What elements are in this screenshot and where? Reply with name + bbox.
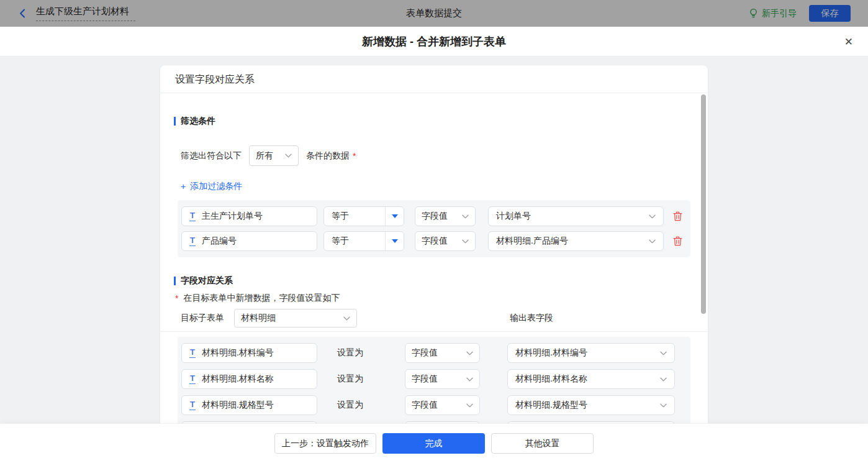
operator-value: 等于	[324, 211, 385, 222]
chevron-down-icon	[285, 154, 292, 158]
operator-caret[interactable]	[385, 207, 404, 226]
target-subform-value: 材料明细	[241, 313, 276, 324]
mapping-field-label: 材料明细.规格型号	[202, 400, 274, 411]
value-select[interactable]: 材料明细.材料编号	[507, 343, 675, 363]
save-button[interactable]: 保存	[809, 5, 851, 22]
target-subform-row: 目标子表单 材料明细 输出表字段	[181, 309, 708, 328]
mapping-field-label: 材料明细.材料名称	[202, 374, 274, 385]
chevron-down-icon	[466, 377, 473, 382]
filter-field[interactable]: T 产品编号	[181, 231, 317, 251]
plus-icon: +	[181, 181, 186, 191]
divider	[160, 331, 708, 332]
chevron-down-icon	[660, 377, 667, 382]
mapping-field[interactable]: T 材料明细.材料名称	[181, 369, 317, 389]
mapping-field-label: 材料明细.材料编号	[202, 347, 274, 359]
page-title: 表单数据提交	[406, 7, 462, 19]
filter-section-label: 筛选条件	[181, 116, 215, 127]
value-type-select[interactable]: 字段值	[415, 206, 476, 226]
value-value: 材料明细.产品编号	[496, 236, 568, 247]
modal-header: 新增数据 - 合并新增到子表单 ✕	[0, 27, 868, 57]
modal-footer: 上一步：设置触发动作 完成 其他设置	[0, 423, 868, 463]
filter-intro-suffix: 条件的数据	[306, 150, 350, 162]
value-type-select[interactable]: 字段值	[405, 395, 480, 415]
operator-select[interactable]: 等于	[323, 206, 404, 226]
required-mark: *	[353, 151, 356, 161]
filter-intro-prefix: 筛选出符合以下	[181, 150, 242, 162]
value-select[interactable]: 材料明细.规格型号	[507, 395, 675, 415]
mapping-row: T 材料明细.材料编号 设置为 字段值 材料明细.材料编号	[181, 343, 687, 363]
trash-icon	[673, 236, 682, 246]
workflow-title[interactable]: 生成下级生产计划材料	[36, 6, 135, 21]
value-type-select[interactable]: 字段值	[405, 343, 480, 363]
set-as-label: 设置为	[337, 347, 366, 359]
output-fields-header: 输出表字段	[510, 313, 553, 324]
chevron-down-icon	[462, 239, 469, 244]
modal-body: 设置字段对应关系 筛选条件 筛选出符合以下 所有 条件的数据 * + 添加过滤条…	[0, 57, 868, 423]
chevron-down-icon	[343, 316, 350, 321]
match-mode-select[interactable]: 所有	[249, 145, 299, 166]
value-type-value: 字段值	[412, 400, 438, 411]
filter-field-label: 主生产计划单号	[202, 211, 263, 222]
value-type-value: 字段值	[412, 347, 438, 359]
set-as-label: 设置为	[337, 374, 366, 385]
chevron-down-icon	[660, 351, 667, 355]
card-header: 设置字段对应关系	[160, 65, 708, 93]
guide-label: 新手引导	[762, 8, 797, 19]
chevron-down-icon	[466, 403, 473, 408]
chevron-down-icon	[462, 214, 469, 219]
operator-value: 等于	[324, 236, 385, 247]
value-select[interactable]: 材料明细.产品编号	[488, 231, 664, 251]
mapping-row: T 材料明细.材料名称 设置为 字段值 材料明细.材料名称	[181, 369, 687, 389]
chevron-down-icon	[466, 351, 473, 355]
operator-caret[interactable]	[385, 232, 404, 250]
filter-section-title: 筛选条件	[174, 116, 708, 127]
add-filter-link[interactable]: + 添加过滤条件	[181, 181, 242, 192]
match-mode-value: 所有	[256, 150, 273, 162]
mapping-description-text: 在目标表单中新增数据，字段值设置如下	[183, 293, 340, 304]
filter-field-label: 产品编号	[202, 236, 237, 247]
delete-row-button[interactable]	[673, 211, 682, 221]
modal-title: 新增数据 - 合并新增到子表单	[362, 34, 506, 49]
value-value: 材料明细.规格型号	[515, 400, 587, 411]
filter-intro-row: 筛选出符合以下 所有 条件的数据 *	[181, 145, 708, 166]
value-select[interactable]: 材料明细.材料名称	[507, 369, 675, 389]
set-as-label: 设置为	[337, 400, 366, 411]
add-filter-label: 添加过滤条件	[190, 181, 242, 192]
filter-conditions-panel: T 主生产计划单号 等于 字段值 计划单号	[178, 200, 690, 257]
guide-link[interactable]: 新手引导	[749, 8, 797, 19]
chevron-down-icon	[649, 214, 656, 219]
delete-row-button[interactable]	[673, 236, 682, 246]
done-button[interactable]: 完成	[382, 433, 485, 454]
chevron-down-icon	[649, 239, 656, 244]
text-field-icon: T	[189, 211, 196, 221]
value-value: 材料明细.材料名称	[515, 374, 587, 385]
value-type-select[interactable]: 字段值	[405, 369, 480, 389]
text-field-icon: T	[189, 236, 196, 246]
lightbulb-icon	[749, 8, 758, 19]
value-type-value: 字段值	[422, 211, 448, 222]
back-icon[interactable]	[17, 8, 28, 19]
top-bar: 生成下级生产计划材料 表单数据提交 新手引导 保存	[0, 0, 868, 27]
mapping-field[interactable]: T 材料明细.材料编号	[181, 343, 317, 363]
section-accent-bar	[174, 277, 176, 285]
value-type-select[interactable]: 字段值	[415, 231, 476, 251]
mapping-section-title: 字段对应关系	[174, 275, 708, 287]
triangle-down-icon	[392, 214, 398, 221]
mapping-row: T 材料明细.规格型号 设置为 字段值 材料明细.规格型号	[181, 395, 687, 415]
target-subform-select[interactable]: 材料明细	[234, 309, 357, 328]
value-select[interactable]: 计划单号	[488, 206, 664, 226]
close-icon[interactable]: ✕	[844, 36, 853, 47]
other-settings-button[interactable]: 其他设置	[491, 433, 594, 454]
required-mark: *	[175, 293, 178, 303]
mapping-field[interactable]: T 材料明细.规格型号	[181, 395, 317, 415]
operator-select[interactable]: 等于	[323, 231, 404, 251]
vertical-scrollbar-thumb[interactable]	[701, 94, 706, 314]
settings-card: 设置字段对应关系 筛选条件 筛选出符合以下 所有 条件的数据 * + 添加过滤条…	[160, 65, 708, 423]
section-accent-bar	[174, 117, 176, 126]
trash-icon	[673, 211, 682, 221]
filter-field[interactable]: T 主生产计划单号	[181, 206, 317, 226]
value-type-value: 字段值	[412, 374, 438, 385]
text-field-icon: T	[189, 374, 196, 384]
previous-step-button[interactable]: 上一步：设置触发动作	[274, 433, 376, 454]
chevron-down-icon	[660, 403, 667, 408]
